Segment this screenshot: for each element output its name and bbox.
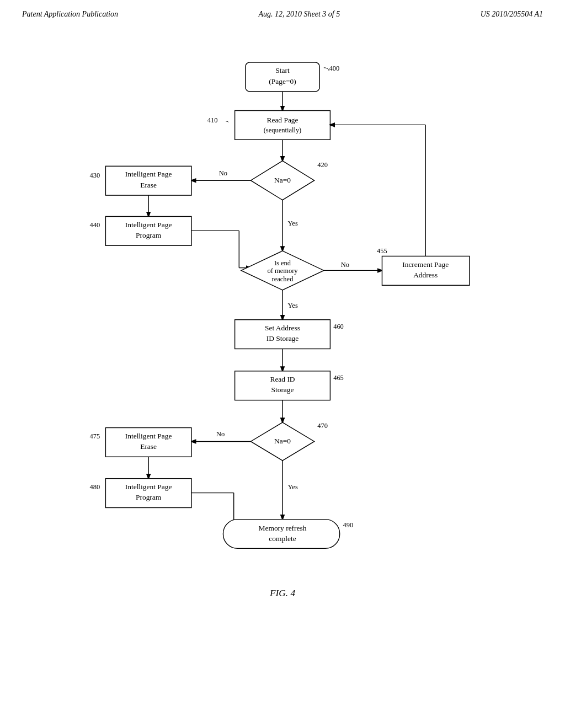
node-455-text1: Increment Page: [402, 260, 449, 269]
label-480: 480: [90, 483, 100, 491]
node-475-text1: Intelligent Page: [125, 432, 172, 440]
start-sublabel: (Page=0): [269, 77, 296, 85]
node-450-text3: reached: [272, 275, 294, 283]
node-440-text2: Program: [136, 231, 162, 239]
node-420-text: Na=0: [274, 176, 291, 184]
flowchart-diagram: Start (Page=0) 400 Read Page (sequential…: [0, 24, 565, 686]
node-480-text2: Program: [136, 493, 162, 501]
header-left: Patent Application Publication: [22, 10, 118, 19]
node-465-text2: Storage: [271, 386, 294, 394]
svg-rect-2: [235, 110, 331, 140]
node-410-text1: Read Page: [266, 116, 298, 124]
node-475-text2: Erase: [140, 442, 157, 451]
label-490: 490: [343, 521, 353, 529]
node-460-text1: Set Address: [265, 324, 300, 332]
node-410-text2: (sequentially): [264, 126, 302, 134]
no-label-470: No: [216, 430, 225, 438]
node-480-text1: Intelligent Page: [125, 483, 172, 491]
node-470-text: Na=0: [274, 437, 291, 445]
label-430: 430: [90, 172, 100, 179]
node-440-text1: Intelligent Page: [125, 221, 172, 229]
no-label-420: No: [219, 169, 227, 177]
node-455-text2: Address: [413, 271, 438, 279]
header-center: Aug. 12, 2010 Sheet 3 of 5: [258, 10, 340, 19]
label-465: 465: [333, 374, 344, 382]
no-label-450: No: [341, 261, 349, 269]
figure-label: FIG. 4: [269, 588, 295, 598]
node-450-text1: Is end: [274, 259, 291, 267]
node-430-text2: Erase: [140, 181, 157, 189]
node-430-text1: Intelligent Page: [125, 170, 172, 178]
label-420: 420: [317, 161, 328, 169]
header-right: US 2010/205504 A1: [481, 10, 543, 19]
flowchart-svg: Start (Page=0) 400 Read Page (sequential…: [0, 24, 565, 686]
yes-label-420: Yes: [288, 220, 298, 227]
node-465-text1: Read ID: [270, 375, 295, 383]
label-470: 470: [317, 422, 328, 430]
node-490-text1: Memory refresh: [259, 524, 307, 532]
label-440: 440: [90, 221, 100, 229]
label-400: 400: [329, 65, 339, 72]
label-455: 455: [377, 247, 387, 255]
yes-label-470: Yes: [288, 483, 298, 491]
label-475: 475: [90, 432, 100, 440]
yes-label-450: Yes: [288, 302, 298, 309]
node-490-text2: complete: [269, 534, 296, 543]
label-460: 460: [333, 323, 344, 330]
node-450-text2: of memory: [267, 267, 298, 275]
start-label: Start: [275, 66, 290, 74]
label-410: 410: [207, 116, 218, 124]
node-460-text2: ID Storage: [266, 334, 299, 342]
page-header: Patent Application Publication Aug. 12, …: [0, 0, 565, 24]
